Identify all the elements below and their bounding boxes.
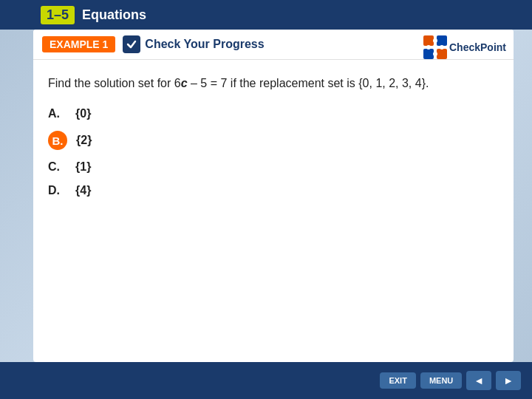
svg-rect-3 — [437, 49, 447, 59]
check-your-progress-label: Check Your Progress — [145, 38, 264, 51]
answer-choice-d[interactable]: D. {4} — [48, 184, 499, 197]
menu-button[interactable]: MENU — [420, 372, 462, 389]
top-header-bar: 1–5 Equations — [0, 0, 532, 30]
question-area: Find the solution set for 6c – 5 = 7 if … — [33, 60, 514, 215]
bg-left-decoration — [0, 0, 37, 399]
exit-button[interactable]: EXIT — [380, 372, 415, 389]
check-icon — [123, 35, 140, 53]
bottom-nav-bar: EXIT MENU ◄ ► — [0, 362, 532, 399]
svg-point-6 — [433, 52, 437, 56]
choice-a-label: A. — [48, 107, 66, 120]
choice-a-text: {0} — [75, 107, 91, 120]
question-text-part2: – 5 = 7 if the replacement set is {0, 1,… — [188, 77, 429, 89]
choice-d-label: D. — [48, 184, 66, 197]
checkpoint-puzzle-icon — [421, 33, 449, 61]
question-variable: c — [181, 77, 188, 89]
prev-button[interactable]: ◄ — [466, 371, 491, 390]
answer-choice-c[interactable]: C. {1} — [48, 160, 499, 174]
svg-point-4 — [433, 38, 437, 43]
choice-b-label: B. — [48, 131, 67, 150]
svg-rect-2 — [423, 49, 434, 59]
main-content-area: EXAMPLE 1 Check Your Progress CheckPoint — [33, 30, 514, 362]
choice-c-text: {1} — [75, 160, 91, 174]
example-badge: EXAMPLE 1 — [42, 36, 115, 52]
question-text: Find the solution set for 6c – 5 = 7 if … — [48, 75, 499, 92]
svg-point-7 — [440, 45, 444, 50]
question-text-part1: Find the solution set for 6 — [48, 77, 181, 89]
choice-c-label: C. — [48, 160, 66, 174]
lesson-title: Equations — [82, 7, 146, 23]
lesson-badge: 1–5 — [41, 6, 75, 24]
checkpoint-text: CheckPoint — [449, 41, 506, 53]
next-button[interactable]: ► — [496, 371, 521, 390]
svg-point-5 — [426, 45, 431, 50]
example-header: EXAMPLE 1 Check Your Progress CheckPoint — [33, 30, 514, 60]
choice-b-text: {2} — [76, 134, 92, 147]
svg-rect-0 — [423, 35, 434, 46]
answer-choice-b[interactable]: B. {2} — [48, 131, 499, 150]
checkpoint-logo: CheckPoint — [421, 33, 506, 61]
choice-d-text: {4} — [75, 184, 91, 197]
answer-choice-a[interactable]: A. {0} — [48, 107, 499, 120]
svg-rect-1 — [437, 35, 447, 46]
